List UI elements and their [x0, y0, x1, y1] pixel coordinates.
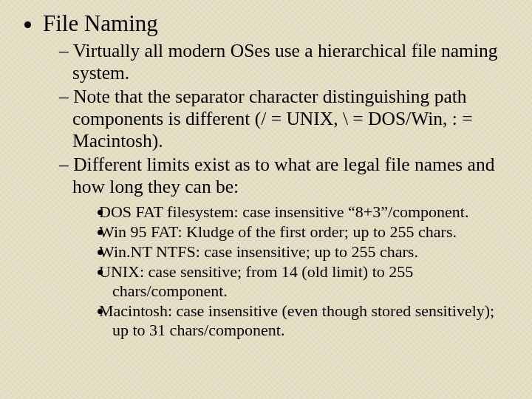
- limit-text-0: DOS FAT filesystem: case insensitive “8+…: [99, 202, 468, 221]
- list-level-2: Virtually all modern OSes use a hierarch…: [43, 40, 510, 340]
- sub-item-2: Different limits exist as to what are le…: [59, 154, 510, 340]
- heading-item: File Naming Virtually all modern OSes us…: [43, 10, 510, 340]
- sub-text-2: Different limits exist as to what are le…: [72, 154, 494, 197]
- limit-text-4: Macintosh: case insensitive (even though…: [99, 301, 494, 339]
- list-level-3: DOS FAT filesystem: case insensitive “8+…: [72, 202, 510, 340]
- limit-item-4: Macintosh: case insensitive (even though…: [112, 301, 510, 340]
- limit-item-3: UNIX: case sensitive; from 14 (old limit…: [112, 262, 510, 301]
- list-level-1: File Naming Virtually all modern OSes us…: [22, 10, 510, 340]
- sub-item-1: Note that the separator character distin…: [59, 86, 510, 152]
- sub-text-0: Virtually all modern OSes use a hierarch…: [72, 40, 498, 83]
- slide-body: File Naming Virtually all modern OSes us…: [0, 0, 532, 340]
- limit-text-2: Win.NT NTFS: case insensitive; up to 255…: [99, 242, 418, 261]
- sub-item-0: Virtually all modern OSes use a hierarch…: [59, 40, 510, 84]
- limit-text-3: UNIX: case sensitive; from 14 (old limit…: [99, 262, 413, 300]
- limit-text-1: Win 95 FAT: Kludge of the first order; u…: [99, 222, 457, 241]
- limit-item-0: DOS FAT filesystem: case insensitive “8+…: [112, 202, 510, 222]
- heading-text: File Naming: [43, 10, 158, 36]
- limit-item-2: Win.NT NTFS: case insensitive; up to 255…: [112, 242, 510, 262]
- limit-item-1: Win 95 FAT: Kludge of the first order; u…: [112, 222, 510, 242]
- sub-text-1: Note that the separator character distin…: [72, 86, 473, 151]
